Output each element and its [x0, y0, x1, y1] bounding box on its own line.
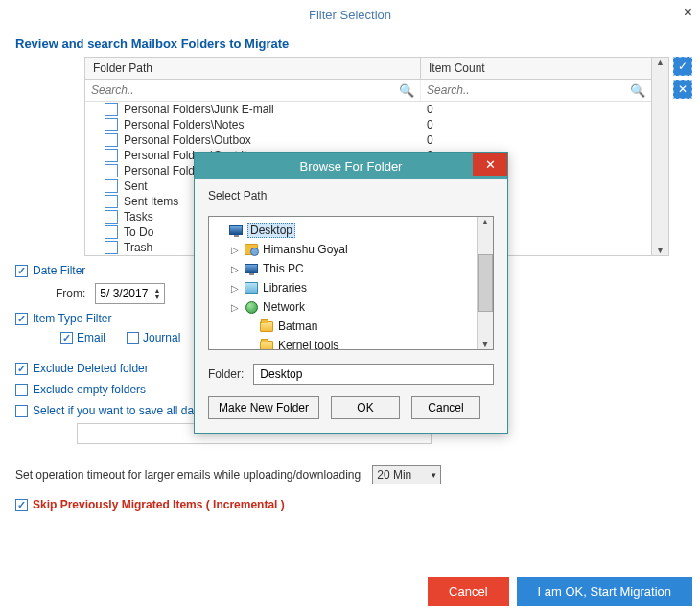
close-icon: ✕	[485, 157, 496, 172]
title-bar: Filter Selection ×	[0, 0, 700, 29]
date-spinner-icon[interactable]: ▲▼	[153, 287, 160, 300]
tree-node-network[interactable]: ▷ Network	[215, 297, 471, 317]
skip-migrated-checkbox[interactable]: Skip Previously Migrated Items ( Increme…	[15, 498, 692, 511]
scroll-up-icon[interactable]: ▲	[481, 217, 490, 226]
tree-node-folder[interactable]: Kernel tools	[215, 336, 471, 349]
folder-icon	[259, 339, 274, 349]
folder-tree[interactable]: Desktop ▷ Himanshu Goyal ▷ This PC ▷ Lib…	[209, 217, 477, 349]
desktop-icon	[228, 224, 244, 237]
grid-scrollbar[interactable]: ▲▼	[652, 57, 669, 256]
checkbox-icon	[15, 405, 28, 417]
dialog-cancel-button[interactable]: Cancel	[411, 396, 480, 419]
col-header-folder-path[interactable]: Folder Path	[85, 58, 421, 79]
dialog-close-button[interactable]: ✕	[473, 153, 507, 176]
window-title: Filter Selection	[309, 8, 391, 22]
expand-icon[interactable]: ▷	[230, 283, 240, 294]
checkbox-icon	[15, 499, 28, 511]
expand-icon[interactable]: ▷	[230, 264, 240, 274]
row-checkbox[interactable]	[105, 195, 118, 208]
tree-scrollbar[interactable]: ▲ ▼	[477, 217, 493, 349]
cancel-button[interactable]: Cancel	[428, 577, 508, 606]
row-checkbox[interactable]	[105, 164, 118, 177]
timeout-label: Set operation timeout for larger emails …	[15, 468, 361, 482]
row-checkbox[interactable]	[105, 118, 118, 131]
checkbox-icon	[15, 265, 28, 277]
tree-node-libraries[interactable]: ▷ Libraries	[215, 278, 471, 297]
checkbox-icon	[15, 384, 28, 396]
row-checkbox[interactable]	[105, 179, 118, 193]
make-new-folder-button[interactable]: Make New Folder	[208, 396, 319, 419]
close-icon[interactable]: ×	[684, 4, 692, 21]
table-row[interactable]: Personal Folders\Outbox0	[85, 132, 651, 148]
page-heading: Review and search Mailbox Folders to Mig…	[15, 36, 692, 51]
tree-node-folder[interactable]: Batman	[215, 317, 471, 336]
col-header-item-count[interactable]: Item Count	[421, 58, 651, 79]
folder-icon	[259, 319, 274, 333]
row-checkbox[interactable]	[105, 103, 118, 116]
tree-node-user[interactable]: ▷ Himanshu Goyal	[215, 240, 471, 259]
table-row[interactable]: Personal Folders\Junk E-mail0	[85, 102, 651, 117]
from-date-input[interactable]: 5/ 3/2017 ▲▼	[95, 283, 165, 304]
scroll-thumb[interactable]	[478, 254, 493, 312]
checkbox-icon	[15, 363, 28, 375]
scroll-down-icon[interactable]: ▼	[481, 340, 490, 349]
journal-checkbox[interactable]: Journal	[127, 331, 180, 344]
ok-button[interactable]: OK	[331, 396, 400, 419]
expand-icon[interactable]: ▷	[230, 302, 240, 313]
select-all-button[interactable]: ✓	[673, 57, 692, 76]
tree-node-desktop[interactable]: Desktop	[215, 221, 471, 240]
tree-node-this-pc[interactable]: ▷ This PC	[215, 259, 471, 278]
select-path-label: Select Path	[208, 189, 494, 202]
libraries-icon	[244, 281, 259, 295]
deselect-all-button[interactable]: ✕	[673, 80, 692, 99]
row-checkbox[interactable]	[105, 149, 118, 162]
browse-folder-dialog: Browse For Folder ✕ Select Path Desktop …	[194, 152, 508, 434]
search-icon[interactable]: 🔍	[399, 83, 414, 98]
network-icon	[244, 300, 259, 314]
checkbox-icon	[127, 332, 139, 344]
checkbox-icon	[15, 313, 28, 325]
expand-icon[interactable]: ▷	[230, 245, 240, 255]
dialog-title: Browse For Folder	[300, 159, 403, 174]
from-label: From:	[56, 287, 85, 300]
folder-input[interactable]	[253, 364, 494, 385]
timeout-select[interactable]: 20 Min ▾	[372, 465, 441, 484]
computer-icon	[244, 262, 259, 275]
table-row[interactable]: Personal Folders\Notes0	[85, 117, 651, 132]
email-checkbox[interactable]: Email	[60, 331, 105, 344]
user-folder-icon	[244, 243, 259, 256]
row-checkbox[interactable]	[105, 133, 118, 147]
search-folder-path-input[interactable]	[91, 82, 399, 99]
row-checkbox[interactable]	[105, 210, 118, 224]
dialog-title-bar[interactable]: Browse For Folder ✕	[195, 153, 507, 179]
row-checkbox[interactable]	[105, 241, 118, 254]
start-migration-button[interactable]: I am OK, Start Migration	[517, 577, 692, 606]
folder-label: Folder:	[208, 367, 244, 381]
search-icon[interactable]: 🔍	[630, 83, 645, 98]
checkbox-icon	[60, 332, 73, 344]
search-item-count-input[interactable]	[427, 82, 630, 99]
row-checkbox[interactable]	[105, 225, 118, 239]
chevron-down-icon: ▾	[432, 470, 436, 480]
